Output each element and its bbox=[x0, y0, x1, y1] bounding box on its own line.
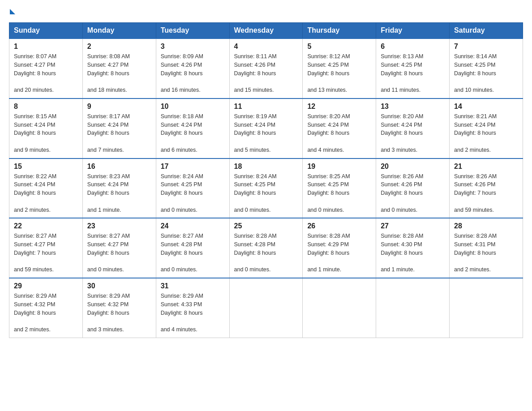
calendar-cell: 14 Sunrise: 8:21 AMSunset: 4:24 PMDaylig… bbox=[450, 98, 523, 158]
day-number: 9 bbox=[87, 103, 151, 111]
calendar-header-row: SundayMondayTuesdayWednesdayThursdayFrid… bbox=[9, 23, 523, 39]
calendar-cell: 1 Sunrise: 8:07 AMSunset: 4:27 PMDayligh… bbox=[9, 39, 83, 98]
day-number: 3 bbox=[161, 43, 225, 51]
calendar-cell bbox=[376, 278, 450, 338]
calendar-week-row: 29 Sunrise: 8:29 AMSunset: 4:32 PMDaylig… bbox=[9, 278, 523, 338]
day-number: 28 bbox=[454, 222, 518, 230]
calendar-cell: 11 Sunrise: 8:19 AMSunset: 4:24 PMDaylig… bbox=[229, 98, 303, 158]
calendar-cell: 7 Sunrise: 8:14 AMSunset: 4:25 PMDayligh… bbox=[450, 39, 523, 98]
day-number: 22 bbox=[14, 222, 78, 230]
calendar-cell: 29 Sunrise: 8:29 AMSunset: 4:32 PMDaylig… bbox=[9, 278, 83, 338]
logo bbox=[9, 9, 15, 14]
calendar-week-row: 22 Sunrise: 8:27 AMSunset: 4:27 PMDaylig… bbox=[9, 218, 523, 278]
day-info: Sunrise: 8:27 AMSunset: 4:27 PMDaylight:… bbox=[14, 233, 56, 273]
day-number: 20 bbox=[381, 163, 445, 171]
day-info: Sunrise: 8:22 AMSunset: 4:24 PMDaylight:… bbox=[14, 173, 56, 213]
calendar-cell: 2 Sunrise: 8:08 AMSunset: 4:27 PMDayligh… bbox=[82, 39, 156, 98]
column-header-wednesday: Wednesday bbox=[229, 23, 303, 39]
calendar-cell bbox=[229, 278, 303, 338]
day-number: 16 bbox=[87, 163, 151, 171]
calendar-cell bbox=[450, 278, 523, 338]
page-header bbox=[9, 9, 523, 14]
day-info: Sunrise: 8:24 AMSunset: 4:25 PMDaylight:… bbox=[161, 173, 203, 213]
day-number: 5 bbox=[307, 43, 371, 51]
calendar-cell: 23 Sunrise: 8:27 AMSunset: 4:27 PMDaylig… bbox=[82, 218, 156, 278]
day-number: 8 bbox=[14, 103, 78, 111]
calendar-cell bbox=[303, 278, 376, 338]
day-info: Sunrise: 8:15 AMSunset: 4:24 PMDaylight:… bbox=[14, 113, 56, 153]
calendar-cell: 22 Sunrise: 8:27 AMSunset: 4:27 PMDaylig… bbox=[9, 218, 83, 278]
column-header-thursday: Thursday bbox=[303, 23, 376, 39]
day-info: Sunrise: 8:18 AMSunset: 4:24 PMDaylight:… bbox=[161, 113, 203, 153]
day-number: 15 bbox=[14, 163, 78, 171]
logo-wordmark bbox=[9, 9, 15, 16]
day-info: Sunrise: 8:17 AMSunset: 4:24 PMDaylight:… bbox=[87, 113, 130, 153]
day-info: Sunrise: 8:27 AMSunset: 4:28 PMDaylight:… bbox=[161, 233, 203, 273]
calendar-cell: 30 Sunrise: 8:29 AMSunset: 4:32 PMDaylig… bbox=[82, 278, 156, 338]
column-header-monday: Monday bbox=[82, 23, 156, 39]
day-number: 1 bbox=[14, 43, 78, 51]
day-number: 25 bbox=[234, 222, 298, 230]
day-info: Sunrise: 8:28 AMSunset: 4:31 PMDaylight:… bbox=[454, 233, 497, 273]
calendar-cell: 21 Sunrise: 8:26 AMSunset: 4:26 PMDaylig… bbox=[450, 158, 523, 218]
calendar-cell: 28 Sunrise: 8:28 AMSunset: 4:31 PMDaylig… bbox=[450, 218, 523, 278]
column-header-sunday: Sunday bbox=[9, 23, 83, 39]
calendar-cell: 26 Sunrise: 8:28 AMSunset: 4:29 PMDaylig… bbox=[303, 218, 376, 278]
day-number: 6 bbox=[381, 43, 445, 51]
calendar-cell: 6 Sunrise: 8:13 AMSunset: 4:25 PMDayligh… bbox=[376, 39, 450, 98]
day-number: 26 bbox=[307, 222, 371, 230]
calendar-cell: 12 Sunrise: 8:20 AMSunset: 4:24 PMDaylig… bbox=[303, 98, 376, 158]
day-info: Sunrise: 8:29 AMSunset: 4:32 PMDaylight:… bbox=[87, 293, 130, 333]
day-number: 13 bbox=[381, 103, 445, 111]
day-info: Sunrise: 8:13 AMSunset: 4:25 PMDaylight:… bbox=[381, 53, 423, 93]
day-info: Sunrise: 8:08 AMSunset: 4:27 PMDaylight:… bbox=[87, 53, 130, 93]
day-number: 11 bbox=[234, 103, 298, 111]
day-info: Sunrise: 8:07 AMSunset: 4:27 PMDaylight:… bbox=[14, 53, 56, 93]
day-number: 7 bbox=[454, 43, 518, 51]
calendar-table: SundayMondayTuesdayWednesdayThursdayFrid… bbox=[9, 22, 523, 338]
day-number: 14 bbox=[454, 103, 518, 111]
calendar-cell: 18 Sunrise: 8:24 AMSunset: 4:25 PMDaylig… bbox=[229, 158, 303, 218]
calendar-cell: 13 Sunrise: 8:20 AMSunset: 4:24 PMDaylig… bbox=[376, 98, 450, 158]
calendar-cell: 31 Sunrise: 8:29 AMSunset: 4:33 PMDaylig… bbox=[156, 278, 229, 338]
calendar-cell: 17 Sunrise: 8:24 AMSunset: 4:25 PMDaylig… bbox=[156, 158, 229, 218]
day-number: 23 bbox=[87, 222, 151, 230]
calendar-cell: 9 Sunrise: 8:17 AMSunset: 4:24 PMDayligh… bbox=[82, 98, 156, 158]
calendar-cell: 16 Sunrise: 8:23 AMSunset: 4:24 PMDaylig… bbox=[82, 158, 156, 218]
calendar-cell: 27 Sunrise: 8:28 AMSunset: 4:30 PMDaylig… bbox=[376, 218, 450, 278]
column-header-saturday: Saturday bbox=[450, 23, 523, 39]
day-number: 31 bbox=[161, 282, 225, 290]
calendar-week-row: 1 Sunrise: 8:07 AMSunset: 4:27 PMDayligh… bbox=[9, 39, 523, 98]
logo-triangle-icon bbox=[10, 9, 15, 14]
day-info: Sunrise: 8:11 AMSunset: 4:26 PMDaylight:… bbox=[234, 53, 277, 93]
day-info: Sunrise: 8:20 AMSunset: 4:24 PMDaylight:… bbox=[381, 113, 423, 153]
calendar-cell: 15 Sunrise: 8:22 AMSunset: 4:24 PMDaylig… bbox=[9, 158, 83, 218]
day-info: Sunrise: 8:26 AMSunset: 4:26 PMDaylight:… bbox=[381, 173, 423, 213]
calendar-cell: 24 Sunrise: 8:27 AMSunset: 4:28 PMDaylig… bbox=[156, 218, 229, 278]
calendar-cell: 5 Sunrise: 8:12 AMSunset: 4:25 PMDayligh… bbox=[303, 39, 376, 98]
day-number: 24 bbox=[161, 222, 225, 230]
day-number: 27 bbox=[381, 222, 445, 230]
day-info: Sunrise: 8:29 AMSunset: 4:32 PMDaylight:… bbox=[14, 293, 56, 333]
day-number: 19 bbox=[307, 163, 371, 171]
calendar-cell: 19 Sunrise: 8:25 AMSunset: 4:25 PMDaylig… bbox=[303, 158, 376, 218]
day-number: 2 bbox=[87, 43, 151, 51]
calendar-week-row: 8 Sunrise: 8:15 AMSunset: 4:24 PMDayligh… bbox=[9, 98, 523, 158]
day-info: Sunrise: 8:23 AMSunset: 4:24 PMDaylight:… bbox=[87, 173, 130, 213]
day-info: Sunrise: 8:27 AMSunset: 4:27 PMDaylight:… bbox=[87, 233, 130, 273]
day-number: 17 bbox=[161, 163, 225, 171]
day-info: Sunrise: 8:21 AMSunset: 4:24 PMDaylight:… bbox=[454, 113, 497, 153]
day-info: Sunrise: 8:28 AMSunset: 4:30 PMDaylight:… bbox=[381, 233, 423, 273]
column-header-tuesday: Tuesday bbox=[156, 23, 229, 39]
calendar-cell: 4 Sunrise: 8:11 AMSunset: 4:26 PMDayligh… bbox=[229, 39, 303, 98]
calendar-cell: 3 Sunrise: 8:09 AMSunset: 4:26 PMDayligh… bbox=[156, 39, 229, 98]
day-number: 21 bbox=[454, 163, 518, 171]
day-number: 18 bbox=[234, 163, 298, 171]
day-info: Sunrise: 8:28 AMSunset: 4:29 PMDaylight:… bbox=[307, 233, 350, 273]
day-info: Sunrise: 8:12 AMSunset: 4:25 PMDaylight:… bbox=[307, 53, 350, 93]
day-info: Sunrise: 8:25 AMSunset: 4:25 PMDaylight:… bbox=[307, 173, 350, 213]
calendar-week-row: 15 Sunrise: 8:22 AMSunset: 4:24 PMDaylig… bbox=[9, 158, 523, 218]
calendar-cell: 10 Sunrise: 8:18 AMSunset: 4:24 PMDaylig… bbox=[156, 98, 229, 158]
day-info: Sunrise: 8:28 AMSunset: 4:28 PMDaylight:… bbox=[234, 233, 277, 273]
day-number: 12 bbox=[307, 103, 371, 111]
